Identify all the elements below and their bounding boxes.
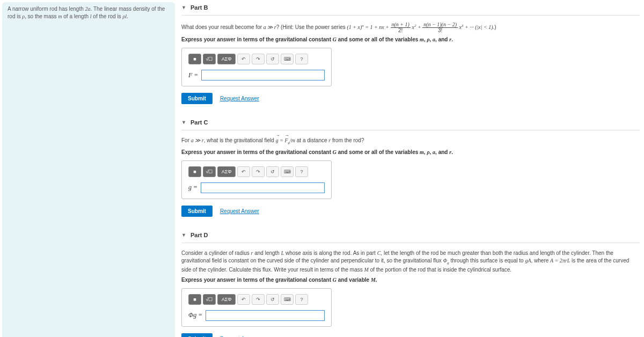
templates-button[interactable]: ■ [188,166,201,177]
part-d-prompt: Consider a cylinder of radius r and leng… [181,250,640,274]
help-button[interactable]: ? [295,166,308,177]
redo-button[interactable]: ↷ [252,166,265,177]
part-b-header[interactable]: ▼ Part B [181,0,640,16]
part-d-header[interactable]: ▼ Part D [181,228,640,243]
part-b-request-link[interactable]: Request Answer [220,96,259,101]
part-b-express: Express your answer in terms of the grav… [181,36,640,42]
part-b-title: Part B [191,4,208,11]
part-d-answer-box: ■ √☐ ΑΣΦ ↶ ↷ ↺ ⌨ ? Φg = [181,288,332,327]
equation-toolbar: ■ √☐ ΑΣΦ ↶ ↷ ↺ ⌨ ? [188,54,325,64]
greek-button[interactable]: ΑΣΦ [217,294,236,305]
problem-context: A narrow uniform rod has length 2a. The … [2,2,175,337]
part-c: ▼ Part C For a ≫ r, what is the gravitat… [181,115,640,219]
part-c-prompt: For a ≫ r, what is the gravitational fie… [181,137,640,146]
part-c-submit-button[interactable]: Submit [181,206,213,217]
part-d-title: Part D [191,232,208,238]
chevron-down-icon: ▼ [181,5,186,10]
reset-button[interactable]: ↺ [266,294,279,305]
equation-toolbar: ■ √☐ ΑΣΦ ↶ ↷ ↺ ⌨ ? [188,166,325,177]
part-c-header[interactable]: ▼ Part C [181,115,640,130]
part-b-answer-box: ■ √☐ ΑΣΦ ↶ ↷ ↺ ⌨ ? F = [181,48,332,86]
templates-button[interactable]: ■ [188,54,201,64]
part-b: ▼ Part B What does your result become fo… [181,0,640,106]
part-d-input[interactable] [206,310,325,321]
part-c-title: Part C [191,119,208,126]
redo-button[interactable]: ↷ [252,54,265,64]
greek-button[interactable]: ΑΣΦ [217,54,236,64]
equation-toolbar: ■ √☐ ΑΣΦ ↶ ↷ ↺ ⌨ ? [188,294,325,305]
sqrt-button[interactable]: √☐ [203,54,216,64]
part-d-label: Φg = [188,311,202,319]
part-c-answer-box: ■ √☐ ΑΣΦ ↶ ↷ ↺ ⌨ ? g = [181,160,332,199]
reset-button[interactable]: ↺ [266,166,279,177]
undo-button[interactable]: ↶ [237,166,250,177]
part-b-input[interactable] [201,70,325,80]
sqrt-button[interactable]: √☐ [203,294,216,305]
redo-button[interactable]: ↷ [252,294,265,305]
chevron-down-icon: ▼ [181,120,186,125]
sqrt-button[interactable]: √☐ [203,166,216,177]
undo-button[interactable]: ↶ [237,54,250,64]
part-b-prompt: What does your result become for a ≫ r? … [181,22,640,33]
part-c-express: Express your answer in terms of the grav… [181,149,640,155]
part-c-request-link[interactable]: Request Answer [220,208,259,214]
part-d-express: Express your answer in terms of the grav… [181,277,640,283]
keyboard-button[interactable]: ⌨ [281,166,294,177]
greek-button[interactable]: ΑΣΦ [217,166,236,177]
templates-button[interactable]: ■ [188,294,201,305]
part-c-input[interactable] [201,182,325,193]
help-button[interactable]: ? [295,54,308,64]
keyboard-button[interactable]: ⌨ [281,54,294,64]
help-button[interactable]: ? [295,294,308,305]
part-d-submit-button[interactable]: Submit [181,333,213,337]
part-b-submit-button[interactable]: Submit [181,93,213,104]
undo-button[interactable]: ↶ [237,294,250,305]
keyboard-button[interactable]: ⌨ [281,294,294,305]
part-c-label: g = [188,184,197,192]
chevron-down-icon: ▼ [181,232,186,238]
part-b-label: F = [188,71,198,79]
reset-button[interactable]: ↺ [266,54,279,64]
part-d: ▼ Part D Consider a cylinder of radius r… [181,228,640,337]
